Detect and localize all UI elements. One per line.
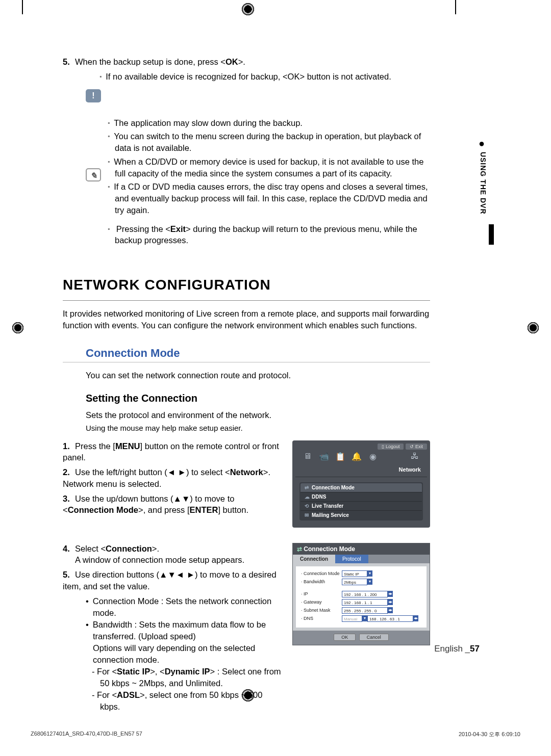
subsection-heading: Connection Mode [86,347,430,360]
cancel-button[interactable]: Cancel [359,634,389,641]
record-icon[interactable]: ◉ [367,452,379,461]
menu-item-live-transfer[interactable]: ⟲Live Transfer [300,501,422,510]
note-item: Pressing the <Exit> during the backup wi… [108,223,430,247]
note-icon: ✎ [86,168,101,181]
subnet-mask-field[interactable]: 255 . 255 . 255 . 0 [342,607,388,614]
proc-step-1: 1.Press the [MENU] button on the remote … [63,440,282,464]
gateway-field[interactable]: 192 . 168 . 1 . 1 [342,599,388,606]
logout-button[interactable]: ▯ Logout [378,444,404,450]
proc-step-3: 3.Use the up/down buttons (▲▼) to move t… [63,493,282,516]
subsub-hint: Using the mouse may help make setup easi… [86,423,430,433]
event-icon[interactable]: 🔔 [350,452,363,461]
caution-item: If a CD or DVD media causes errors, the … [108,181,430,216]
tab-connection[interactable]: Connection [293,555,335,563]
dash-static-ip: For <Static IP>, <Dynamic IP> : Select o… [92,666,282,689]
proc-step-4: 4.Select <Connection>.A window of connec… [63,543,282,566]
thumb-index-bar [489,224,494,245]
menu-item-mailing-service[interactable]: ✉Mailing Service [300,510,422,519]
network-icon[interactable]: 🖧 [409,452,421,461]
caution-icon: ! [86,89,101,102]
caution-item: When a CD/DVD or memory device is used f… [108,156,430,179]
bullet-bandwidth-cont: Options will vary depending on the selec… [86,642,282,666]
side-tab: ● USING THE DVR [475,138,487,215]
camera-icon[interactable]: 📹 [318,452,330,461]
tab-label-network: Network [295,464,427,477]
proc-step-2: 2.Use the left/right button (◄ ►) to sel… [63,466,282,490]
stepper-icon[interactable]: ◂▸ [388,599,393,605]
page-footer: English _57 [434,644,480,654]
caution-item: The application may slow down during the… [108,117,430,129]
caution-item: You can switch to the menu screen during… [108,131,430,154]
dash-adsl: For <ADSL>, select one from 50 kbps ~ 60… [92,689,282,713]
section-lead: It provides networked monitoring of Live… [63,308,430,331]
bandwidth-select[interactable]: 2Mbps [342,579,367,585]
tab-protocol[interactable]: Protocol [335,555,368,563]
ui-screenshot-connection-mode: ⇄ Connection Mode Connection Protocol · … [292,543,430,645]
subsubsection-heading: Setting the Connection [86,393,430,404]
subsub-body: Sets the protocol and environment of the… [86,409,430,421]
print-metadata: Z6806127401A_SRD-470,470D-IB_EN57 57 201… [31,731,520,738]
schedule-icon[interactable]: 📋 [334,452,346,461]
proc-step-5: 5.Use direction buttons (▲▼◄ ►) to move … [63,569,282,592]
subsection-body: You can set the network connection route… [86,370,430,381]
chevron-down-icon[interactable]: ▾ [367,579,372,585]
dns-mode-select[interactable]: Manual [342,615,362,622]
chevron-down-icon[interactable]: ▾ [362,615,367,621]
chevron-down-icon[interactable]: ▾ [367,570,372,577]
ip-field[interactable]: 192 . 168 . 1 . 200 [342,591,388,597]
menu-item-ddns[interactable]: ☁DDNS [300,492,422,501]
stepper-icon[interactable]: ◂▸ [388,607,393,613]
monitor-icon[interactable]: 🖥 [302,452,314,461]
section-heading: NETWORK CONFIGURATION [63,277,430,293]
bullet-conn-mode: Connection Mode : Sets the network conne… [86,595,282,619]
connection-mode-select[interactable]: Static IP [342,570,367,577]
stepper-icon[interactable]: ◂▸ [413,615,418,621]
step-5-note: If no available device is recognized for… [99,71,430,83]
ok-button[interactable]: OK [334,634,356,641]
dns-field[interactable]: 168 . 126 . 63 . 1 [367,615,413,622]
exit-button[interactable]: ↺ Exit [406,444,427,450]
step-5: 5.When the backup setup is done, press <… [63,56,430,68]
menu-item-connection-mode[interactable]: ⇄Connection Mode [300,483,422,492]
stepper-icon[interactable]: ◂▸ [388,591,393,597]
bullet-bandwidth: Bandwidth : Sets the maximum data flow t… [86,619,282,642]
ui-screenshot-network-menu: ▯ Logout↺ Exit 🖥 📹 📋 🔔 ◉ 🖧 Network ⇄Conn… [292,440,430,528]
